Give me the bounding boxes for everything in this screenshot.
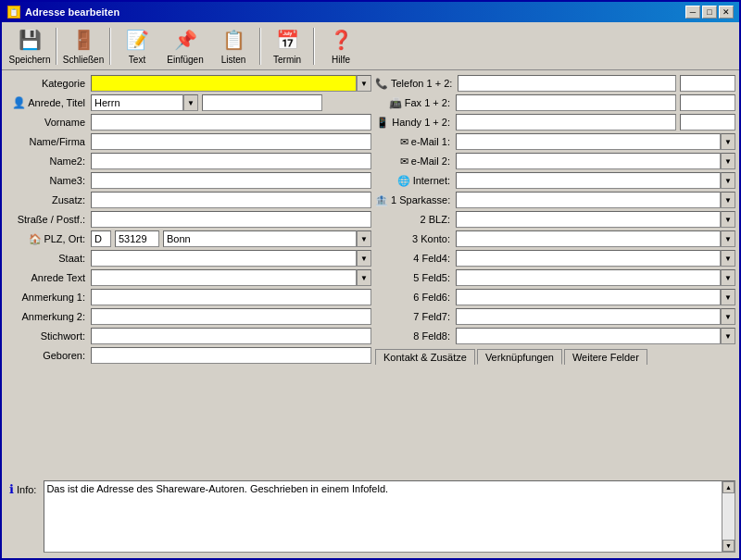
email1-label: e-Mail 1: [411, 136, 450, 147]
strasse-label: Straße / Postf.: [6, 214, 89, 225]
telefon1-input[interactable]: 0228-910 71 82 [458, 75, 676, 92]
plz-input[interactable] [115, 230, 159, 247]
strasse-input[interactable]: F.-A.-Schmidt-Weg 37 [91, 211, 371, 228]
info-label-container: ℹ Info: [6, 480, 40, 498]
feld8-input[interactable] [456, 328, 721, 344]
kategorie-input[interactable]: EDV [91, 75, 357, 92]
ort-dropdown-btn[interactable]: ▼ [357, 230, 371, 247]
fax-label-container: 📠 Fax 1 + 2: [375, 97, 454, 109]
window-icon: 📋 [7, 6, 20, 19]
sparkasse-dropdown-btn[interactable]: ▼ [721, 192, 735, 208]
scroll-up-btn[interactable]: ▲ [722, 481, 735, 493]
anrede-text-dropdown-btn[interactable]: ▼ [357, 269, 371, 286]
plz-row: 🏠 PLZ, Ort: ▼ [6, 230, 371, 248]
staat-input[interactable] [91, 250, 357, 267]
konto-row: 3 Konto: 22 54 78 7 ▼ [375, 230, 735, 248]
email1-label-container: ✉ e-Mail 1: [375, 136, 454, 148]
save-icon: 💾 [17, 27, 43, 53]
scroll-down-btn[interactable]: ▼ [722, 540, 735, 552]
geboren-input[interactable] [91, 347, 371, 364]
maximize-button[interactable]: □ [702, 6, 717, 19]
mobile-icon: 📱 [376, 117, 389, 129]
termin-button[interactable]: 📅 Termin [263, 24, 311, 68]
main-form-area: Kategorie EDV ▼ 👤 Anrede, Titel ▼ [6, 74, 735, 477]
email1-input[interactable]: Harry.Stahl@t-online.de [456, 133, 721, 150]
telefon2-input[interactable] [680, 75, 735, 92]
title-bar: 📋 Adresse bearbeiten ─ □ ✕ [2, 2, 739, 22]
zusatz-input[interactable] [91, 192, 371, 208]
konto-dropdown-btn[interactable]: ▼ [721, 230, 735, 247]
feld7-dropdown-btn[interactable]: ▼ [721, 308, 735, 325]
vorname-input[interactable]: Harry [91, 114, 371, 131]
staat-dropdown-btn[interactable]: ▼ [357, 250, 371, 267]
save-button[interactable]: 💾 Speichern [6, 24, 54, 68]
name2-input[interactable] [91, 153, 371, 169]
tab-weitere-felder[interactable]: Weitere Felder [564, 349, 647, 365]
kategorie-label: Kategorie [6, 78, 89, 89]
window-title: Adresse bearbeiten [25, 6, 119, 18]
kategorie-dropdown-btn[interactable]: ▼ [357, 75, 371, 92]
tab-kontakt[interactable]: Kontakt & Zusätze [375, 349, 475, 365]
email1-row: ✉ e-Mail 1: Harry.Stahl@t-online.de ▼ [375, 132, 735, 151]
email2-input[interactable]: HyStahl@aol.com [456, 153, 721, 169]
feld8-dropdown-btn[interactable]: ▼ [721, 328, 735, 344]
close-toolbar-button[interactable]: 🚪 Schließen [59, 24, 107, 68]
bank-icon: 🏦 [375, 194, 388, 206]
blz-input[interactable]: 380 500 00 [456, 211, 721, 228]
hilfe-button[interactable]: ❓ Hilfe [317, 24, 365, 68]
name-row: Name/Firma Stahl [6, 132, 371, 151]
feld7-label: 7 Feld7: [375, 311, 454, 322]
sparkasse-input[interactable]: Sparkasse Bonn [456, 192, 721, 208]
handy-label-container: 📱 Handy 1 + 2: [375, 117, 454, 129]
toolbar: 💾 Speichern 🚪 Schließen 📝 Text 📌 Einfüge… [2, 22, 739, 70]
feld5-input[interactable] [456, 269, 721, 286]
plz-country-input[interactable] [91, 230, 111, 247]
internet-dropdown-btn[interactable]: ▼ [721, 172, 735, 189]
email1-dropdown-btn[interactable]: ▼ [721, 133, 735, 150]
internet-input[interactable]: http://www.hastasoft.de [456, 172, 721, 189]
feld8-label: 8 Feld8: [375, 330, 454, 342]
name3-input[interactable] [91, 172, 371, 189]
fax2-input[interactable] [680, 94, 735, 111]
anmerkung2-input[interactable] [91, 308, 371, 325]
anmerkung1-input[interactable] [91, 289, 371, 305]
email1-icon: ✉ [400, 136, 408, 148]
minimize-button[interactable]: ─ [685, 6, 700, 19]
stichwort-input[interactable] [91, 328, 371, 344]
anrede-dropdown-btn[interactable]: ▼ [183, 94, 198, 111]
name2-row: Name2: [6, 152, 371, 170]
text-button[interactable]: 📝 Text [113, 24, 161, 68]
feld7-input[interactable] [456, 308, 721, 325]
feld4-input[interactable]: Beispieltext in Feld4 [456, 250, 721, 267]
strasse-row: Straße / Postf.: F.-A.-Schmidt-Weg 37 [6, 210, 371, 229]
feld6-dropdown-btn[interactable]: ▼ [721, 289, 735, 305]
einfuegen-button[interactable]: 📌 Einfügen [161, 24, 209, 68]
handy1-input[interactable] [456, 114, 676, 131]
anrede-input[interactable] [91, 94, 183, 111]
ort-input[interactable] [163, 230, 357, 247]
konto-input[interactable]: 22 54 78 7 [456, 230, 721, 247]
name-input[interactable]: Stahl [91, 133, 371, 150]
feld5-dropdown-btn[interactable]: ▼ [721, 269, 735, 286]
tab-verknuepfungen[interactable]: Verknüpfungen [477, 349, 562, 365]
telefon-label-container: 📞 Telefon 1 + 2: [375, 78, 456, 90]
listen-button[interactable]: 📋 Listen [209, 24, 257, 68]
stichwort-row: Stichwort: [6, 327, 371, 345]
feld4-dropdown-btn[interactable]: ▼ [721, 250, 735, 267]
anmerkung1-label: Anmerkung 1: [6, 292, 89, 303]
fax-row: 📠 Fax 1 + 2: 0228-232979 [375, 93, 735, 112]
scroll-track [722, 493, 735, 540]
titel-input[interactable] [202, 94, 322, 111]
telefon-row: 📞 Telefon 1 + 2: 0228-910 71 82 [375, 74, 735, 93]
feld6-input[interactable] [456, 289, 721, 305]
handy2-input[interactable] [680, 114, 735, 131]
email2-dropdown-btn[interactable]: ▼ [721, 153, 735, 169]
anrede-text-row: Anrede Text Sehr geehrter Herr Stahl ▼ [6, 268, 371, 287]
internet-label-container: 🌐 Internet: [375, 175, 454, 187]
fax1-input[interactable]: 0228-232979 [456, 94, 676, 111]
anrede-text-input[interactable]: Sehr geehrter Herr Stahl [91, 269, 357, 286]
zusatz-row: Zusatz: [6, 191, 371, 209]
blz-dropdown-btn[interactable]: ▼ [721, 211, 735, 228]
plz-label: PLZ, Ort: [44, 233, 85, 244]
close-button[interactable]: ✕ [719, 6, 734, 19]
